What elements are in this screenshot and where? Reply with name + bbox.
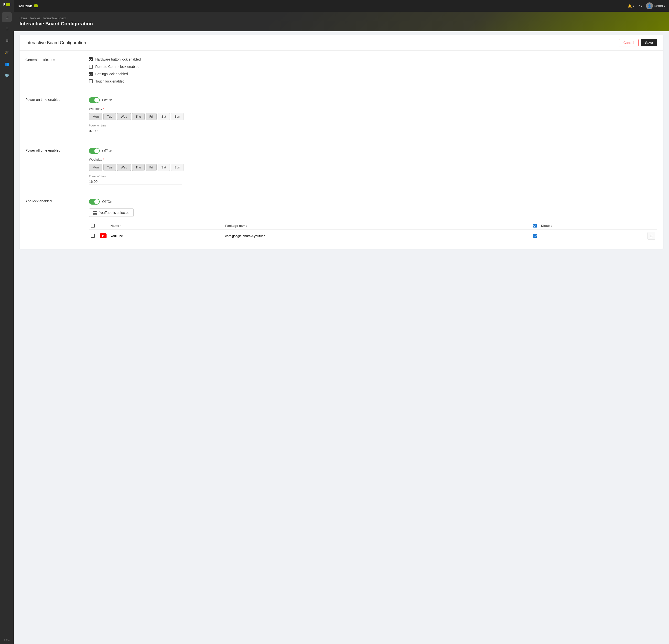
cancel-button[interactable]: Cancel bbox=[619, 39, 639, 46]
logo: R bbox=[2, 3, 12, 6]
help-button[interactable]: ? ▾ bbox=[638, 4, 642, 8]
general-restrictions-section: General restrictions Hardware button loc… bbox=[19, 50, 663, 90]
power-off-day-sun[interactable]: Sun bbox=[171, 164, 184, 171]
row-action-cell: 🗑 bbox=[645, 230, 657, 242]
app-package: com.google.android.youtube bbox=[225, 234, 265, 238]
sidebar-item-users[interactable]: 👥 bbox=[2, 59, 12, 69]
power-on-day-wed[interactable]: Wed bbox=[117, 113, 131, 120]
power-off-weekday-buttons: Mon Tue Wed Thu Fri Sat Sun bbox=[89, 164, 657, 171]
sidebar: R ⊞ ⊟ 🖥 🎓 👥 ⚙️ 5.9.1 bbox=[0, 0, 14, 644]
user-label: Demo bbox=[654, 4, 663, 8]
app-lock-section: App lock enabled Off/On YouTube is selec… bbox=[19, 192, 663, 249]
power-on-time-label: Power on time bbox=[89, 124, 657, 127]
breadcrumb-sep-3: › bbox=[67, 17, 68, 20]
app-name: YouTube bbox=[111, 234, 123, 238]
power-on-day-thu[interactable]: Thu bbox=[132, 113, 145, 120]
top-nav: Relution 🔔 ▾ ? ▾ 👤 Demo ▾ bbox=[14, 0, 669, 12]
power-on-day-sat[interactable]: Sat bbox=[158, 113, 170, 120]
sidebar-item-education[interactable]: 🎓 bbox=[2, 47, 12, 57]
hardware-btn-lock-checkbox[interactable] bbox=[89, 57, 93, 61]
power-on-content: Off/On Weekday * Mon Tue Wed Thu Fri Sat… bbox=[89, 97, 657, 134]
required-asterisk: * bbox=[103, 107, 104, 111]
row-disable-cb-cell bbox=[531, 230, 539, 242]
power-on-toggle-row: Off/On bbox=[89, 97, 657, 103]
power-on-weekday-buttons: Mon Tue Wed Thu Fri Sat Sun bbox=[89, 113, 657, 120]
row-name-cell: YouTube bbox=[109, 230, 223, 242]
select-all-checkbox[interactable] bbox=[91, 224, 95, 228]
power-off-day-wed[interactable]: Wed bbox=[117, 164, 131, 171]
settings-lock-label: Settings lock enabled bbox=[95, 72, 128, 76]
power-off-time-input[interactable] bbox=[89, 179, 182, 185]
power-off-day-tue[interactable]: Tue bbox=[103, 164, 116, 171]
row-icon-cell bbox=[98, 230, 109, 242]
power-on-time-input[interactable] bbox=[89, 128, 182, 134]
sidebar-item-devices[interactable]: 🖥 bbox=[2, 35, 12, 45]
avatar: 👤 bbox=[646, 2, 653, 9]
app-lock-label: App lock enabled bbox=[25, 199, 79, 242]
power-on-day-sun[interactable]: Sun bbox=[171, 113, 184, 120]
sidebar-item-settings[interactable]: ⚙️ bbox=[2, 71, 12, 80]
power-off-day-sat[interactable]: Sat bbox=[158, 164, 170, 171]
power-off-section: Power off time enabled Off/On Weekday * … bbox=[19, 141, 663, 192]
col-action-header bbox=[645, 222, 657, 230]
app-lock-toggle-row: Off/On bbox=[89, 199, 657, 205]
card-actions: Cancel Save bbox=[619, 39, 657, 46]
general-restrictions-label: General restrictions bbox=[25, 57, 79, 83]
sort-arrow-icon[interactable]: ↑ bbox=[120, 224, 122, 227]
user-menu-button[interactable]: 👤 Demo ▾ bbox=[646, 2, 665, 9]
power-on-toggle[interactable] bbox=[89, 97, 100, 103]
power-on-section: Power on time enabled Off/On Weekday * M… bbox=[19, 90, 663, 141]
trash-icon: 🗑 bbox=[650, 234, 653, 238]
row-disable-checkbox[interactable] bbox=[533, 234, 537, 238]
power-off-day-fri[interactable]: Fri bbox=[146, 164, 157, 171]
power-off-label: Power off time enabled bbox=[25, 148, 79, 185]
touch-lock-checkbox[interactable] bbox=[89, 79, 93, 83]
card-header: Interactive Board Configuration Cancel S… bbox=[19, 35, 663, 50]
breadcrumb-policies[interactable]: Policies bbox=[30, 17, 40, 20]
breadcrumb-interactive-board[interactable]: Interactive Board bbox=[43, 17, 66, 20]
brand-icon bbox=[34, 4, 38, 7]
notifications-chevron: ▾ bbox=[633, 5, 634, 7]
row-package-cell: com.google.android.youtube bbox=[223, 230, 531, 242]
power-on-day-mon[interactable]: Mon bbox=[89, 113, 102, 120]
breadcrumb-home[interactable]: Home bbox=[19, 17, 27, 20]
power-off-time-label: Power off time bbox=[89, 175, 657, 178]
breadcrumb-sep-1: › bbox=[28, 17, 29, 20]
name-column-label: Name bbox=[111, 224, 119, 228]
power-on-toggle-label: Off/On bbox=[102, 98, 112, 102]
sidebar-item-grid[interactable]: ⊟ bbox=[2, 24, 12, 34]
topnav-actions: 🔔 ▾ ? ▾ 👤 Demo ▾ bbox=[628, 2, 665, 9]
power-off-toggle[interactable] bbox=[89, 148, 100, 154]
app-table: Name ↑ Package name Disable bbox=[89, 222, 657, 242]
app-lock-toggle[interactable] bbox=[89, 199, 100, 205]
disable-all-checkbox[interactable] bbox=[533, 224, 537, 228]
settings-lock-row: Settings lock enabled bbox=[89, 72, 657, 76]
power-off-day-thu[interactable]: Thu bbox=[132, 164, 145, 171]
app-select-button[interactable]: YouTube is selected bbox=[89, 208, 134, 217]
power-on-weekday-label: Weekday * bbox=[89, 107, 657, 111]
youtube-icon bbox=[100, 233, 106, 238]
power-off-day-mon[interactable]: Mon bbox=[89, 164, 102, 171]
help-icon: ? bbox=[638, 4, 640, 8]
brand-name: Relution bbox=[18, 4, 32, 8]
breadcrumb: Home › Policies › Interactive Board › bbox=[19, 17, 93, 20]
hardware-btn-lock-label: Hardware button lock enabled bbox=[95, 57, 141, 61]
hardware-btn-lock-row: Hardware button lock enabled bbox=[89, 57, 657, 61]
remote-control-lock-checkbox[interactable] bbox=[89, 65, 93, 69]
power-on-day-fri[interactable]: Fri bbox=[146, 113, 157, 120]
notifications-button[interactable]: 🔔 ▾ bbox=[628, 4, 634, 8]
row-select-checkbox[interactable] bbox=[91, 234, 95, 238]
power-on-day-tue[interactable]: Tue bbox=[103, 113, 116, 120]
settings-lock-checkbox[interactable] bbox=[89, 72, 93, 76]
sidebar-item-dashboard[interactable]: ⊞ bbox=[2, 12, 12, 22]
col-disable-cb-header bbox=[531, 222, 539, 230]
app-select-label: YouTube is selected bbox=[99, 211, 129, 215]
power-on-label: Power on time enabled bbox=[25, 97, 79, 134]
power-off-required-asterisk: * bbox=[103, 158, 104, 161]
remote-control-lock-label: Remote Control lock enabled bbox=[95, 65, 140, 69]
save-button[interactable]: Save bbox=[641, 39, 657, 46]
power-off-toggle-label: Off/On bbox=[102, 149, 112, 153]
delete-button[interactable]: 🗑 bbox=[647, 232, 655, 240]
config-card: Interactive Board Configuration Cancel S… bbox=[19, 35, 663, 249]
power-off-toggle-row: Off/On bbox=[89, 148, 657, 154]
